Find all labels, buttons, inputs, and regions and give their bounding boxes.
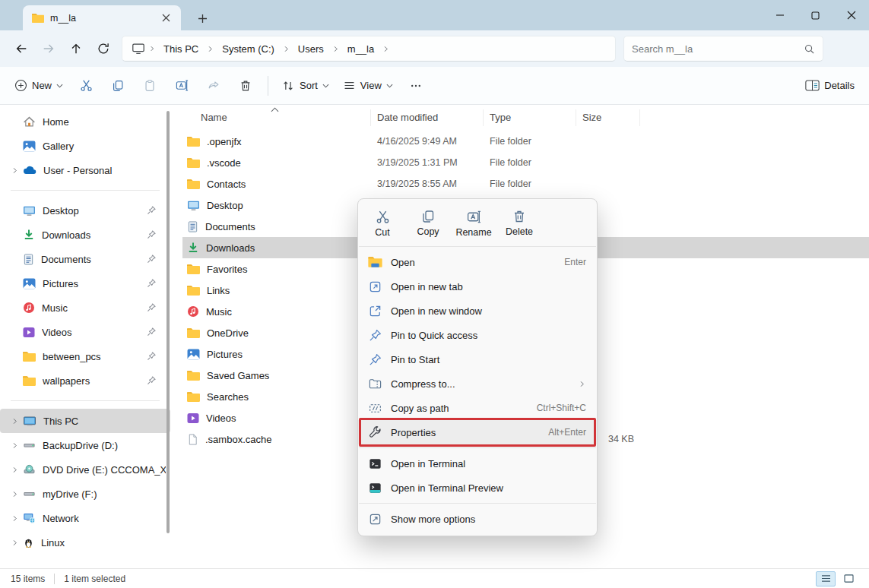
chevron-right-icon — [382, 45, 390, 53]
sidebar-item-home[interactable]: Home — [2, 109, 166, 134]
more-options-icon[interactable] — [400, 72, 432, 100]
search-input[interactable] — [632, 43, 804, 55]
sidebar-item-linux[interactable]: Linux — [2, 530, 166, 555]
desktop-icon — [187, 199, 200, 212]
expand-chevron-icon[interactable] — [6, 441, 23, 450]
window-controls — [762, 0, 869, 30]
sidebar-item-documents[interactable]: Documents — [2, 247, 166, 271]
sidebar-item-videos[interactable]: Videos — [2, 320, 166, 344]
sidebar-item-pictures[interactable]: Pictures — [2, 271, 166, 296]
menu-item-label: Copy as path — [391, 403, 537, 414]
menu-item-label: Pin to Quick access — [391, 330, 586, 341]
breadcrumb-item-this-pc[interactable]: This PC — [159, 41, 203, 57]
breadcrumb-item-users[interactable]: Users — [293, 41, 328, 57]
breadcrumb-item-system-c[interactable]: System (C:) — [217, 41, 279, 57]
close-button[interactable] — [833, 0, 869, 30]
quick-action-cut[interactable]: Cut — [360, 207, 405, 239]
menu-item-open-in-new-tab[interactable]: Open in new tab — [358, 274, 597, 299]
maximize-button[interactable] — [798, 0, 833, 30]
file-name: Pictures — [207, 349, 243, 360]
new-button[interactable]: New — [8, 72, 70, 100]
file-name: Links — [207, 285, 230, 296]
file-type: File folder — [484, 179, 576, 189]
file-icon — [187, 433, 198, 446]
sidebar-item-this-pc[interactable]: This PC — [0, 409, 170, 433]
chevron-right-icon — [331, 45, 340, 53]
sidebar-item-mydrive-f[interactable]: myDrive (F:) — [2, 482, 166, 506]
details-view-icon[interactable] — [816, 571, 836, 586]
search-box[interactable] — [623, 36, 823, 62]
column-header-size[interactable]: Size — [576, 109, 640, 126]
expand-chevron-icon[interactable] — [6, 166, 23, 175]
menu-item-compress-to[interactable]: Compress to... — [358, 371, 597, 396]
expand-chevron-icon[interactable] — [6, 417, 23, 425]
menu-item-pin-to-quick-access[interactable]: Pin to Quick access — [358, 323, 597, 347]
sidebar-item-music[interactable]: Music — [2, 296, 166, 320]
file-row-contacts[interactable]: Contacts3/19/2025 8:55 AMFile folder — [182, 173, 869, 194]
menu-item-properties[interactable]: PropertiesAlt+Enter — [358, 420, 597, 444]
delete-button[interactable] — [230, 72, 262, 100]
file-row-openjfx[interactable]: .openjfx4/16/2025 9:49 AMFile folder — [182, 131, 869, 152]
menu-item-copy-as-path[interactable]: Copy as pathCtrl+Shift+C — [358, 396, 597, 420]
sidebar-item-backupdrive-d[interactable]: BackupDrive (D:) — [2, 433, 166, 457]
paste-button[interactable] — [134, 72, 166, 100]
tab-close-icon[interactable] — [157, 9, 175, 27]
folder-icon — [187, 179, 200, 190]
file-name: Videos — [206, 413, 236, 424]
sidebar-scrollbar[interactable] — [167, 111, 170, 533]
sidebar-item-user-personal[interactable]: User - Personal — [2, 158, 166, 182]
forward-icon[interactable] — [35, 35, 62, 62]
menu-item-open-in-terminal-preview[interactable]: Open in Terminal Preview — [358, 476, 597, 500]
sidebar-item-gallery[interactable]: Gallery — [2, 134, 166, 158]
folder-icon — [187, 327, 200, 339]
rename-button[interactable] — [166, 72, 198, 100]
share-button[interactable] — [198, 72, 230, 100]
sidebar-item-downloads[interactable]: Downloads — [2, 223, 166, 247]
menu-item-open[interactable]: OpenEnter — [358, 250, 597, 274]
quick-action-delete[interactable]: Delete — [496, 207, 542, 239]
menu-item-open-in-terminal[interactable]: Open in Terminal — [358, 451, 597, 476]
expand-chevron-icon[interactable] — [6, 539, 23, 547]
expand-chevron-icon[interactable] — [6, 514, 23, 523]
menu-item-open-in-new-window[interactable]: Open in new window — [358, 299, 597, 323]
sort-button[interactable]: Sort — [274, 72, 336, 100]
minimize-button[interactable] — [762, 0, 798, 30]
sidebar-item-desktop[interactable]: Desktop — [2, 198, 166, 223]
new-tab-button[interactable] — [192, 8, 213, 29]
copy-button[interactable] — [102, 72, 134, 100]
column-header-type[interactable]: Type — [484, 109, 576, 126]
sidebar-item-label: myDrive (F:) — [43, 488, 166, 500]
thispc-icon — [23, 415, 36, 428]
quick-action-rename[interactable]: Rename — [451, 207, 496, 239]
pin-quick-icon — [367, 327, 382, 343]
expand-chevron-icon[interactable] — [6, 490, 23, 498]
sidebar-item-dvd-drive-e-cccoma-x64f[interactable]: DVD Drive (E:) CCCOMA_X64F — [2, 457, 166, 482]
chevron-right-icon — [148, 45, 156, 52]
cut-button[interactable] — [70, 72, 102, 100]
file-name: Downloads — [206, 242, 255, 254]
sidebar-item-between-pcs[interactable]: between_pcs — [2, 344, 166, 368]
menu-item-pin-to-start[interactable]: Pin to Start — [358, 347, 597, 371]
refresh-icon[interactable] — [90, 35, 117, 62]
icons-view-icon[interactable] — [839, 571, 858, 586]
column-header-date[interactable]: Date modified — [371, 109, 484, 126]
computer-icon — [132, 43, 145, 55]
address-bar[interactable]: This PCSystem (C:)Usersm__la — [122, 36, 616, 62]
explorer-tab[interactable]: m__la — [23, 5, 181, 30]
file-row-vscode[interactable]: .vscode3/19/2025 1:31 PMFile folder — [182, 152, 869, 173]
drive-icon — [23, 439, 36, 451]
back-icon[interactable] — [8, 35, 35, 62]
view-button[interactable]: View — [336, 72, 400, 100]
breadcrumb-item-m-la[interactable]: m__la — [343, 41, 379, 57]
quick-action-copy[interactable]: Copy — [405, 207, 451, 239]
up-icon[interactable] — [62, 35, 90, 62]
file-name: .openjfx — [207, 136, 242, 147]
sidebar-item-label: Linux — [41, 537, 166, 548]
sidebar-item-wallpapers[interactable]: wallpapers — [2, 368, 166, 393]
expand-chevron-icon[interactable] — [6, 466, 23, 474]
details-button[interactable]: Details — [798, 72, 861, 100]
menu-item-shortcut: Enter — [564, 257, 586, 267]
file-name: .vscode — [207, 157, 241, 169]
sidebar-item-network[interactable]: Network — [2, 506, 166, 530]
menu-item-show-more-options[interactable]: Show more options — [358, 507, 597, 531]
